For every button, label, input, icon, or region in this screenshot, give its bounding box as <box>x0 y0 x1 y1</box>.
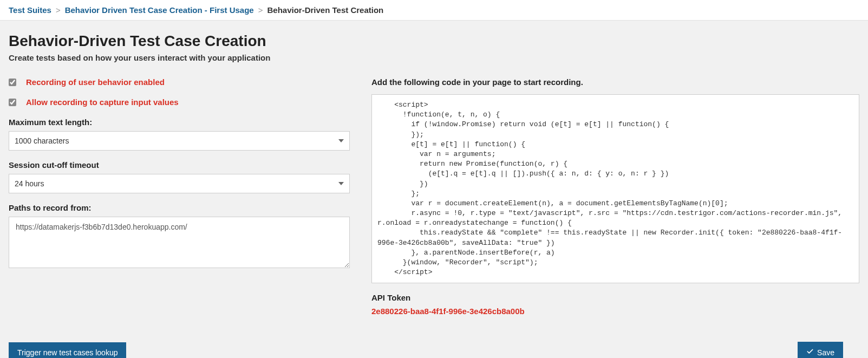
session-cutoff-label: Session cut-off timeout <box>9 160 350 170</box>
paths-label: Paths to record from: <box>9 203 350 212</box>
save-label: Save <box>817 348 834 357</box>
capture-input-label: Allow recording to capture input values <box>26 97 179 107</box>
max-text-length-label: Maximum text length: <box>9 118 350 127</box>
breadcrumb-current: Behavior-Driven Test Creation <box>267 5 383 15</box>
breadcrumb: Test Suites > Behavior Driven Test Case … <box>0 0 868 21</box>
capture-input-checkbox[interactable] <box>9 99 16 106</box>
breadcrumb-parent-link[interactable]: Behavior Driven Test Case Creation - Fir… <box>65 5 254 15</box>
paths-textarea[interactable] <box>9 217 350 268</box>
settings-form: Recording of user behavior enabled Allow… <box>9 77 350 270</box>
recording-instructions: Add the following code in your page to s… <box>371 77 859 316</box>
recording-script-code: <script> !function(e, t, n, o) { if (!wi… <box>371 94 859 283</box>
breadcrumb-separator: > <box>56 5 61 15</box>
save-button[interactable]: Save <box>798 342 843 358</box>
check-icon <box>806 348 814 357</box>
session-cutoff-select[interactable]: 24 hours <box>9 174 350 193</box>
breadcrumb-root-link[interactable]: Test Suites <box>9 5 51 15</box>
recording-enabled-label: Recording of user behavior enabled <box>26 77 165 87</box>
page-subtitle: Create tests based on how your users int… <box>9 53 859 62</box>
page-title: Behavior-Driven Test Case Creation <box>9 32 859 50</box>
trigger-lookup-label: Trigger new test cases lookup <box>17 348 118 357</box>
api-token-value: 2e880226-baa8-4f1f-996e-3e426cb8a00b <box>371 307 859 316</box>
api-token-label: API Token <box>371 293 859 302</box>
max-text-length-select[interactable]: 1000 characters <box>9 131 350 151</box>
breadcrumb-separator: > <box>258 5 263 15</box>
trigger-lookup-button[interactable]: Trigger new test cases lookup <box>9 342 126 358</box>
recording-enabled-checkbox[interactable] <box>9 79 16 86</box>
recording-instruction-text: Add the following code in your page to s… <box>371 77 859 87</box>
